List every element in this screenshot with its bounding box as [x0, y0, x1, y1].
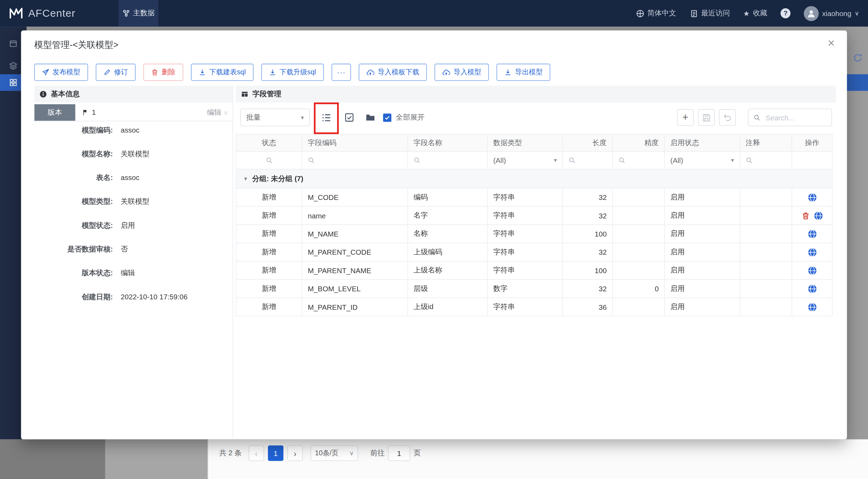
pagination-total: 共 2 条 — [219, 446, 242, 461]
expand-all-label[interactable]: 全部展开 — [396, 108, 425, 126]
chevron-right-icon: › — [294, 448, 296, 458]
table-header: 状态 字段编码 字段名称 数据类型 长度 精度 启用状态 注释 操作 — [236, 135, 832, 152]
globe-icon[interactable] — [807, 265, 817, 275]
help-button[interactable]: ? — [781, 8, 791, 18]
more-actions-button[interactable]: ··· — [332, 64, 351, 81]
filter-length[interactable] — [563, 152, 613, 169]
caret-down-icon: ▾ — [301, 114, 304, 121]
table-row[interactable]: 新增 M_CODE 编码 字符串 32 启用 — [236, 188, 832, 207]
field-search — [748, 108, 832, 126]
submenu-bottom-region — [105, 439, 208, 479]
language-switcher[interactable]: 简体中文 — [636, 8, 676, 18]
globe-icon[interactable] — [807, 193, 817, 202]
table-row[interactable]: 新增 name 名字 字符串 32 启用 — [236, 207, 832, 225]
field-label: 表名: — [34, 173, 113, 183]
recent-visits[interactable]: 最近访问 — [690, 8, 730, 18]
cell-precision — [613, 188, 665, 206]
cell-actions — [792, 280, 832, 298]
cell-comment — [740, 243, 792, 261]
favorites[interactable]: ★ 收藏 — [743, 8, 767, 18]
pagination-prev-button[interactable]: ‹ — [249, 446, 264, 461]
import-model-button[interactable]: 导入模型 — [435, 64, 489, 81]
filter-name[interactable] — [408, 152, 488, 169]
refresh-icon[interactable] — [853, 53, 862, 62]
cell-precision — [613, 243, 665, 261]
check-square-button[interactable] — [340, 108, 359, 126]
field-management-header: 字段管理 — [236, 86, 836, 103]
export-model-button[interactable]: 导出模型 — [497, 64, 550, 81]
user-menu[interactable]: xiaohong ∨ — [804, 6, 859, 21]
sidebar-bottom-region — [0, 439, 105, 479]
save-button[interactable] — [698, 109, 715, 126]
search-icon — [753, 114, 761, 121]
download-create-sql-button[interactable]: 下载建表sql — [191, 64, 253, 81]
filter-status[interactable] — [236, 152, 302, 169]
table-row[interactable]: 新增 M_PARENT_ID 上级id 字符串 36 启用 — [236, 298, 832, 316]
globe-icon[interactable] — [814, 211, 823, 220]
globe-icon[interactable] — [807, 302, 817, 312]
expand-all-checkbox[interactable] — [383, 114, 391, 122]
download-upgrade-sql-button[interactable]: 下载升级sql — [261, 64, 324, 81]
goto-page-input[interactable] — [388, 446, 410, 461]
group-collapse-icon[interactable]: ▾ — [244, 175, 247, 182]
filter-type-select[interactable]: (All) ▾ — [488, 152, 563, 169]
cell-actions — [792, 188, 832, 206]
filter-precision[interactable] — [613, 152, 665, 169]
fields-table: 状态 字段编码 字段名称 数据类型 长度 精度 启用状态 注释 操作 (All) — [236, 134, 832, 316]
cell-name: 上级id — [408, 298, 488, 316]
field-value: 关联模型 — [121, 149, 150, 159]
page-size-select[interactable]: 10条/页 ∨ — [311, 446, 358, 461]
filter-enabled-select[interactable]: (All) ▾ — [665, 152, 740, 169]
close-icon[interactable]: × — [828, 37, 835, 49]
filter-comment[interactable] — [740, 152, 792, 169]
cell-comment — [740, 207, 792, 224]
background-primary-button[interactable] — [846, 74, 868, 91]
group-row[interactable]: ▾ 分组: 未分组 (7) — [236, 170, 832, 188]
globe-icon[interactable] — [807, 229, 817, 239]
revise-button[interactable]: 修订 — [96, 64, 136, 81]
brand-name: AFCenter — [28, 7, 75, 20]
globe-icon[interactable] — [807, 247, 817, 257]
table-row[interactable]: 新增 M_NAME 名称 字符串 100 启用 — [236, 225, 832, 243]
publish-model-button[interactable]: 发布模型 — [34, 64, 88, 81]
import-template-download-button[interactable]: 导入模板下载 — [359, 64, 427, 81]
download-icon — [269, 69, 276, 76]
cell-status: 新增 — [236, 280, 302, 298]
cell-enabled: 启用 — [665, 298, 740, 316]
filter-actions-empty — [792, 152, 832, 169]
pagination-page-1[interactable]: 1 — [268, 446, 283, 461]
caret-down-icon: ∨ — [349, 450, 354, 457]
delete-field-icon[interactable] — [801, 211, 810, 220]
cell-status: 新增 — [236, 188, 302, 206]
cell-type: 字符串 — [488, 207, 563, 224]
basic-info-header: 基本信息 — [34, 86, 233, 103]
revise-label: 修订 — [114, 68, 128, 77]
batch-select[interactable]: 批量 ▾ — [240, 108, 310, 126]
col-precision: 精度 — [613, 135, 665, 151]
filter-code[interactable] — [302, 152, 408, 169]
folder-button[interactable] — [361, 108, 380, 126]
plus-icon: + — [683, 112, 688, 123]
pagination-next-button[interactable]: › — [287, 446, 303, 461]
field-row: 是否数据审核:否 — [34, 237, 233, 261]
delete-button[interactable]: 删除 — [143, 64, 183, 81]
tab-master-data[interactable]: 主数据 — [119, 0, 158, 27]
globe-icon[interactable] — [807, 284, 817, 293]
undo-button[interactable] — [719, 109, 736, 126]
table-row[interactable]: 新增 M_PARENT_NAME 上级名称 字符串 100 启用 — [236, 262, 832, 280]
table-filter-row: (All) ▾ (All) ▾ — [236, 152, 832, 170]
chevron-down-icon: ∨ — [223, 109, 228, 116]
field-row: 表名:assoc — [34, 166, 233, 189]
search-input[interactable] — [764, 113, 827, 122]
cell-status: 新增 — [236, 243, 302, 261]
table-row[interactable]: 新增 M_BOM_LEVEL 层级 数字 32 0 启用 — [236, 280, 832, 298]
add-field-button[interactable]: + — [677, 109, 694, 126]
cell-precision — [613, 225, 665, 243]
cell-type: 数字 — [488, 280, 563, 298]
table-row[interactable]: 新增 M_PARENT_CODE 上级编码 字符串 32 启用 — [236, 243, 832, 261]
brand: AFCenter — [9, 0, 75, 27]
star-icon: ★ — [743, 9, 750, 17]
chevron-down-icon: ∨ — [855, 10, 859, 17]
cell-actions — [792, 298, 832, 316]
import-template-download-label: 导入模板下载 — [378, 68, 419, 77]
